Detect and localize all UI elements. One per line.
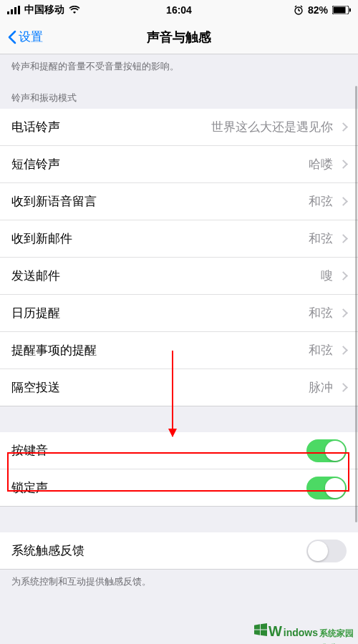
battery-icon [332,6,351,14]
row-label: 短信铃声 [11,156,60,172]
chevron-right-icon [339,160,348,169]
row-lock-sound: 锁定声 [0,469,358,507]
row-value: 和弦 [309,230,347,247]
status-time: 16:04 [166,4,192,16]
back-label: 设置 [19,29,43,45]
chevron-right-icon [339,234,348,243]
watermark: Windows系统家园 [254,623,354,640]
chevron-right-icon [339,197,348,206]
row-new-mail[interactable]: 收到新邮件 和弦 [0,220,358,258]
content-scroll[interactable]: 铃声和提醒的音量不受音量按钮的影响。 铃声和振动模式 电话铃声 世界这么大还是遇… [0,54,358,644]
sounds-list: 电话铃声 世界这么大还是遇见你 短信铃声 哈喽 收到新语音留言 和弦 收到新邮件… [0,109,358,406]
haptics-hint: 为系统控制和互动提供触感反馈。 [0,570,358,595]
row-airdrop[interactable]: 隔空投送 脉冲 [0,369,358,406]
battery-percent: 82% [308,4,328,16]
svg-line-7 [295,6,296,7]
section-header-ringtone-vibration: 铃声和振动模式 [0,80,358,109]
toggle-lock-sound[interactable] [306,477,347,499]
row-value: 脉冲 [309,379,347,396]
status-left: 中国移动 [7,4,80,16]
row-label: 提醒事项的提醒 [11,342,97,358]
row-label: 按键音 [11,442,48,459]
row-label: 电话铃声 [11,119,60,135]
svg-rect-0 [7,11,9,14]
svg-rect-2 [14,7,16,14]
section-gap [0,507,358,532]
chevron-right-icon [339,346,348,355]
row-value: 和弦 [309,342,347,358]
svg-rect-11 [349,9,351,12]
row-value: 嗖 [321,268,347,284]
row-calendar-alerts[interactable]: 日历提醒 和弦 [0,295,358,332]
svg-marker-12 [254,624,260,629]
row-label: 锁定声 [11,479,48,496]
row-value: 世界这么大还是遇见你 [211,119,347,135]
toggle-keyboard-clicks[interactable] [306,439,347,462]
row-label: 系统触感反馈 [11,542,84,559]
annotation-arrow [172,351,173,436]
toggle-system-haptics[interactable] [306,540,347,562]
row-label: 发送邮件 [11,268,60,284]
row-reminder-alerts[interactable]: 提醒事项的提醒 和弦 [0,332,358,369]
row-label: 收到新邮件 [11,230,72,247]
svg-line-8 [301,6,302,7]
row-label: 日历提醒 [11,305,60,321]
svg-rect-10 [334,7,346,14]
row-label: 隔空投送 [11,379,60,396]
chevron-right-icon [339,271,348,280]
alarm-icon [294,5,304,15]
chevron-right-icon [339,308,348,318]
row-ringtone[interactable]: 电话铃声 世界这么大还是遇见你 [0,109,358,146]
nav-bar: 设置 声音与触感 [0,20,358,54]
row-label: 收到新语音留言 [11,193,97,210]
section-gap [0,406,358,432]
wifi-icon [69,6,80,14]
row-text-tone[interactable]: 短信铃声 哈喽 [0,146,358,183]
chevron-right-icon [339,122,348,132]
back-button[interactable]: 设置 [7,29,43,45]
row-system-haptics: 系统触感反馈 [0,532,358,570]
status-bar: 中国移动 16:04 82% [0,0,358,20]
svg-rect-1 [11,9,13,14]
row-value: 和弦 [309,193,347,210]
carrier-label: 中国移动 [24,4,64,16]
status-right: 82% [294,4,351,16]
toggle-list-haptics: 系统触感反馈 [0,532,358,570]
page-title: 声音与触感 [147,29,211,46]
svg-marker-15 [261,630,267,636]
row-sent-mail[interactable]: 发送邮件 嗖 [0,258,358,295]
chevron-left-icon [7,30,17,44]
row-keyboard-clicks: 按键音 [0,432,358,469]
svg-rect-3 [18,6,20,14]
scrollbar-indicator [355,86,357,522]
row-new-voicemail[interactable]: 收到新语音留言 和弦 [0,183,358,220]
svg-marker-14 [254,630,260,635]
cellular-signal-icon [7,6,20,14]
toggle-list-sounds: 按键音 锁定声 [0,432,358,507]
volume-button-hint: 铃声和提醒的音量不受音量按钮的影响。 [0,54,358,80]
row-value: 和弦 [309,305,347,321]
windows-logo-icon [254,623,267,636]
svg-marker-13 [261,623,267,630]
chevron-right-icon [339,383,348,392]
row-value: 哈喽 [309,156,347,172]
